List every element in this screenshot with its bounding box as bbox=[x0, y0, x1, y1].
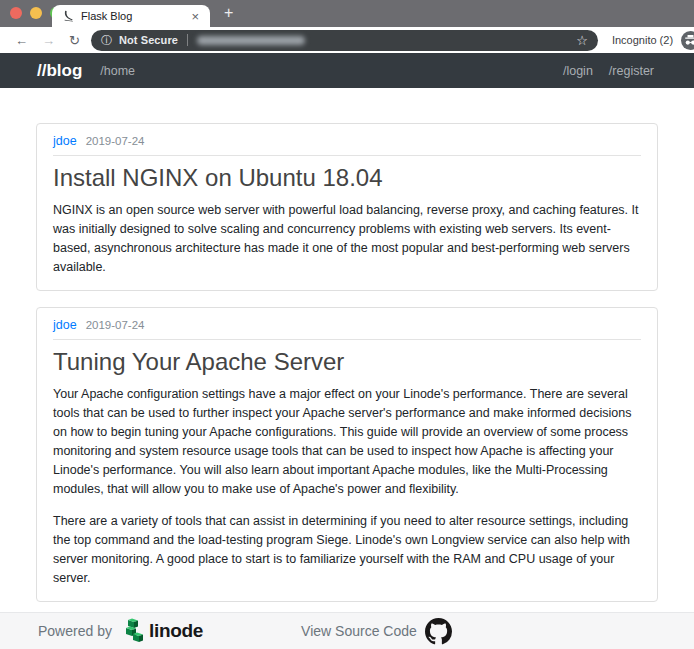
forward-icon[interactable]: → bbox=[35, 33, 62, 48]
redacted-url bbox=[197, 36, 305, 45]
linode-logo-icon bbox=[120, 618, 146, 644]
back-icon[interactable]: ← bbox=[8, 33, 35, 48]
github-icon[interactable] bbox=[425, 618, 452, 645]
tab-strip: Flask Blog × + bbox=[0, 0, 694, 27]
brand-link[interactable]: //blog bbox=[37, 61, 82, 81]
security-label: Not Secure bbox=[119, 34, 178, 46]
view-source-link[interactable]: View Source Code bbox=[301, 623, 417, 639]
tab-title: Flask Blog bbox=[81, 10, 188, 22]
nav-link-login[interactable]: /login bbox=[563, 64, 593, 78]
nav-link-register[interactable]: /register bbox=[609, 64, 654, 78]
minimize-window-button[interactable] bbox=[30, 7, 42, 19]
post-paragraph: NGINX is an open source web server with … bbox=[53, 201, 641, 277]
site-navbar: //blog /home /login /register bbox=[0, 53, 694, 88]
post-paragraph: There are a variety of tools that can as… bbox=[53, 512, 641, 588]
address-bar[interactable]: ⓘ Not Secure ☆ bbox=[91, 30, 598, 51]
post-date: 2019-07-24 bbox=[86, 135, 145, 147]
tab-close-icon[interactable]: × bbox=[188, 9, 202, 24]
browser-toolbar: ← → ↻ ⓘ Not Secure ☆ Incognito (2) ⋮ bbox=[0, 27, 694, 53]
post-card: jdoe 2019-07-24 Install NGINX on Ubuntu … bbox=[36, 123, 658, 291]
post-card: jdoe 2019-07-24 Tuning Your Apache Serve… bbox=[36, 307, 658, 602]
page-footer: Powered by linode View Source Code bbox=[0, 612, 694, 649]
post-author-link[interactable]: jdoe bbox=[53, 318, 77, 332]
post-date: 2019-07-24 bbox=[86, 319, 145, 331]
new-tab-button[interactable]: + bbox=[219, 3, 238, 23]
post-meta: jdoe 2019-07-24 bbox=[53, 134, 641, 156]
nav-link-home[interactable]: /home bbox=[100, 64, 135, 78]
post-list: jdoe 2019-07-24 Install NGINX on Ubuntu … bbox=[36, 88, 658, 649]
close-window-button[interactable] bbox=[10, 7, 22, 19]
omnibox-divider bbox=[187, 34, 188, 46]
browser-tab[interactable]: Flask Blog × bbox=[52, 5, 210, 27]
post-title-link[interactable]: Tuning Your Apache Server bbox=[53, 347, 641, 377]
post-meta: jdoe 2019-07-24 bbox=[53, 318, 641, 340]
page-info-icon[interactable]: ⓘ bbox=[101, 33, 112, 48]
post-author-link[interactable]: jdoe bbox=[53, 134, 77, 148]
reload-icon[interactable]: ↻ bbox=[62, 33, 87, 48]
browser-window: Flask Blog × + ← → ↻ ⓘ Not Secure ☆ Inco… bbox=[0, 0, 694, 649]
bookmark-star-icon[interactable]: ☆ bbox=[576, 33, 588, 48]
post-title-link[interactable]: Install NGINX on Ubuntu 18.04 bbox=[53, 163, 641, 193]
powered-by-label: Powered by bbox=[38, 623, 112, 639]
post-paragraph: Your Apache configuration settings have … bbox=[53, 385, 641, 499]
incognito-label: Incognito (2) bbox=[612, 34, 673, 46]
linode-wordmark: linode bbox=[149, 620, 203, 642]
incognito-avatar-icon[interactable] bbox=[681, 31, 694, 50]
navbar-right: /login /register bbox=[547, 64, 654, 78]
flask-favicon-icon bbox=[62, 10, 74, 22]
linode-link[interactable]: linode bbox=[120, 618, 203, 644]
